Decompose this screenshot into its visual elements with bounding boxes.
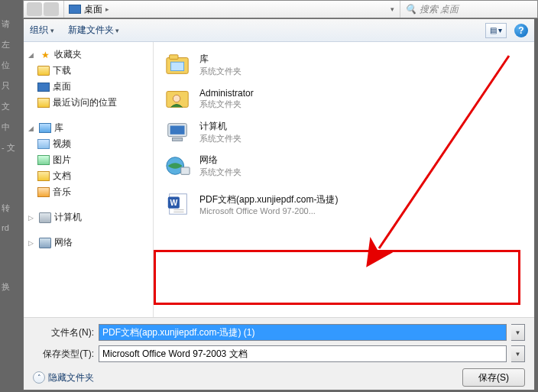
savetype-label: 保存类型(T):	[33, 348, 94, 361]
svg-rect-6	[170, 126, 185, 134]
back-button[interactable]	[27, 2, 42, 16]
download-folder-icon	[37, 65, 50, 77]
chevron-up-icon: ˄	[33, 371, 45, 384]
sidebar-item-recent[interactable]: 最近访问的位置	[27, 95, 150, 111]
network-globe-icon	[163, 152, 193, 180]
savetype-dropdown[interactable]: ▼	[511, 345, 525, 362]
computer-icon	[39, 212, 51, 224]
svg-point-4	[173, 95, 180, 102]
file-list: 库系统文件夹 Administrator系统文件夹 计算机系统文件夹	[154, 42, 534, 317]
desktop-icon	[37, 81, 50, 93]
save-dialog: 组织 新建文件夹 ▤ ▾ ? ◢★收藏夹 下载 桌面 最近访问的位置 ◢库 视频	[23, 18, 535, 390]
search-input[interactable]: 🔍搜索 桌面	[400, 1, 537, 18]
new-folder-button[interactable]: 新建文件夹	[68, 24, 120, 37]
computer-icon	[163, 118, 193, 146]
svg-rect-2	[171, 62, 184, 70]
navigation-tree: ◢★收藏夹 下载 桌面 最近访问的位置 ◢库 视频 图片 文档 音乐 ▷计算机 …	[24, 42, 154, 317]
recent-icon	[37, 97, 50, 109]
sidebar-item-pictures[interactable]: 图片	[27, 152, 150, 168]
network-icon	[39, 237, 51, 249]
library-icon	[39, 122, 51, 134]
hide-folders-toggle[interactable]: ˄ 隐藏文件夹	[33, 371, 94, 384]
music-icon	[37, 186, 50, 199]
word-document-icon: W	[163, 190, 193, 218]
svg-rect-1	[170, 55, 178, 60]
sidebar-item-downloads[interactable]: 下载	[27, 63, 150, 79]
sidebar-item-desktop[interactable]: 桌面	[27, 79, 150, 95]
filename-dropdown[interactable]: ▼	[511, 324, 525, 341]
list-item[interactable]: 网络系统文件夹	[161, 149, 527, 183]
user-folder-icon	[163, 85, 193, 112]
dialog-footer: 文件名(N): PDF文档(app.xunjiepdf.com-迅捷) (1) …	[24, 317, 534, 390]
savetype-select[interactable]: Microsoft Office Word 97-2003 文档	[99, 345, 507, 362]
svg-rect-9	[181, 167, 190, 174]
list-item[interactable]: 计算机系统文件夹	[161, 115, 527, 149]
help-icon[interactable]: ?	[514, 24, 528, 37]
highlight-annotation	[154, 250, 520, 305]
list-item[interactable]: Administrator系统文件夹	[161, 82, 527, 115]
svg-text:W: W	[170, 199, 177, 207]
sidebar-computer[interactable]: ▷计算机	[27, 209, 150, 225]
document-icon	[37, 170, 50, 183]
filename-label: 文件名(N):	[33, 326, 94, 339]
view-options-button[interactable]: ▤ ▾	[485, 23, 507, 38]
organize-menu[interactable]: 组织	[30, 24, 54, 37]
background-hint-text: 请左位 只文中 - 文 转rd 换	[2, 18, 23, 302]
picture-icon	[37, 154, 50, 167]
list-item[interactable]: 库系统文件夹	[161, 48, 527, 82]
video-icon	[37, 138, 50, 151]
breadcrumb[interactable]: 桌面▸	[64, 3, 384, 16]
filename-input[interactable]: PDF文档(app.xunjiepdf.com-迅捷) (1)	[99, 324, 507, 341]
sidebar-item-documents[interactable]: 文档	[27, 168, 150, 184]
save-button[interactable]: 保存(S)	[462, 368, 525, 387]
sidebar-item-videos[interactable]: 视频	[27, 136, 150, 152]
desktop-icon	[69, 3, 81, 15]
sidebar-libraries[interactable]: ◢库	[27, 120, 150, 136]
address-bar: 桌面▸ ▾ 🔍搜索 桌面	[23, 0, 538, 18]
sidebar-item-music[interactable]: 音乐	[27, 184, 150, 200]
svg-rect-7	[172, 138, 182, 141]
star-icon: ★	[39, 49, 51, 61]
sidebar-favorites[interactable]: ◢★收藏夹	[27, 47, 150, 63]
sidebar-network[interactable]: ▷网络	[27, 235, 150, 251]
toolbar: 组织 新建文件夹 ▤ ▾ ?	[24, 19, 534, 42]
forward-button[interactable]	[44, 2, 59, 16]
library-folder-icon	[163, 51, 193, 79]
list-item[interactable]: W PDF文档(app.xunjiepdf.com-迅捷)Microsoft O…	[161, 187, 527, 221]
